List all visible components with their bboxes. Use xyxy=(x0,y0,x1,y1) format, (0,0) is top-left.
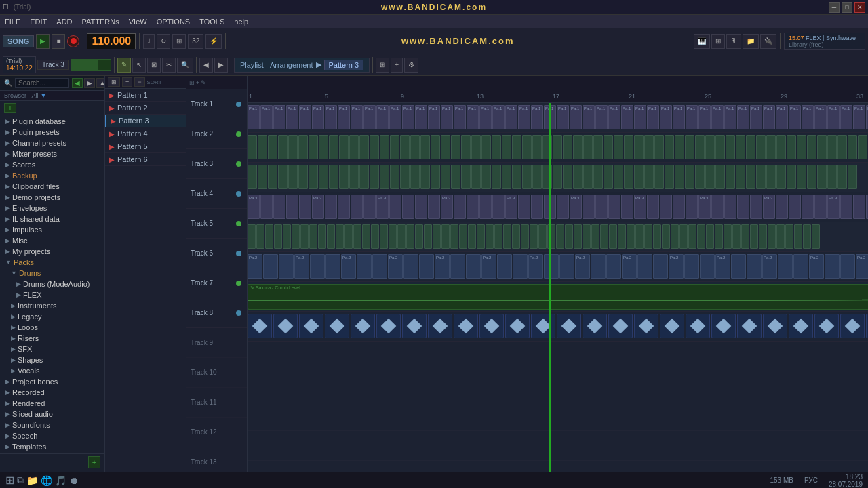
track-row-8[interactable] xyxy=(248,312,868,342)
select-tool[interactable]: ↖ xyxy=(132,58,146,73)
pattern-item-3[interactable]: ▶ Pattern 3 xyxy=(105,115,186,127)
pattern-item-4[interactable]: ▶ Pattern 4 xyxy=(105,127,186,140)
undo-btn[interactable]: ◀ xyxy=(199,58,213,73)
track-row-2[interactable] xyxy=(248,133,868,163)
browser-btn[interactable]: 📁 xyxy=(743,34,759,49)
step-seq-btn[interactable]: ⊞ xyxy=(711,34,725,49)
snap-btn[interactable]: ⊞ xyxy=(172,34,186,49)
track-row-10[interactable] xyxy=(248,371,868,401)
sidebar-item-channel-presets[interactable]: ▶ Channel presets xyxy=(0,138,104,148)
draw-tool[interactable]: ✎ xyxy=(117,58,131,73)
sidebar-item-risers[interactable]: ▶ Risers xyxy=(0,333,104,344)
sidebar-item-clipboard[interactable]: ▶ Clipboard files xyxy=(0,181,104,192)
sidebar-item-sfx[interactable]: ▶ SFX xyxy=(0,344,104,354)
track-header-btn3[interactable]: ✎ xyxy=(201,79,206,86)
sidebar-item-misc[interactable]: ▶ Misc xyxy=(0,235,104,246)
sidebar-item-instruments[interactable]: ▶ Instruments xyxy=(0,300,104,311)
menu-tools[interactable]: TOOLS xyxy=(197,18,226,26)
piano-btn[interactable]: 🎹 xyxy=(694,34,710,49)
sidebar-fwd-btn[interactable]: ▶ xyxy=(84,78,95,88)
minimize-button[interactable]: ─ xyxy=(829,2,840,13)
fl-taskbar-icon[interactable]: 🎵 xyxy=(55,475,66,486)
track-row-6[interactable]: Pa.2Pa.2Pa.2Pa.2Pa.2Pa.2Pa.2Pa.2Pa.2Pa.2… xyxy=(248,252,868,282)
pattern-item-6[interactable]: ▶ Pattern 6 xyxy=(105,153,186,166)
track-row-13[interactable] xyxy=(248,461,868,472)
menu-file[interactable]: FILE xyxy=(3,18,22,26)
search-input[interactable] xyxy=(15,78,69,88)
pattern-list-btn1[interactable]: ⊞ xyxy=(108,77,120,87)
sidebar-item-my-projects[interactable]: ▶ My projects xyxy=(0,246,104,257)
window-controls[interactable]: ─ □ ✕ xyxy=(829,2,865,13)
playlist-label[interactable]: Playlist - Arrangement xyxy=(240,61,313,69)
windows-icon[interactable]: ⊞ xyxy=(5,474,14,487)
maximize-button[interactable]: □ xyxy=(842,2,852,13)
sidebar-item-rendered[interactable]: ▶ Rendered xyxy=(0,398,104,409)
track-row-1[interactable]: Pa.1Pa.1Pa.1Pa.1Pa.1Pa.1Pa.1Pa.1Pa.1Pa.1… xyxy=(248,103,868,133)
menu-help[interactable]: help xyxy=(232,18,250,26)
sidebar-item-plugin-presets[interactable]: ▶ Plugin presets xyxy=(0,127,104,138)
track-header-btn1[interactable]: ⊞ xyxy=(189,79,195,86)
record-button[interactable] xyxy=(67,35,79,47)
pattern-list-btn2[interactable]: + xyxy=(122,77,132,87)
sidebar-item-backup[interactable]: ▶ Backup xyxy=(0,170,104,181)
track-row-11[interactable] xyxy=(248,401,868,431)
task-view-icon[interactable]: ⧉ xyxy=(17,474,24,486)
pattern-item-2[interactable]: ▶ Pattern 2 xyxy=(105,102,186,115)
loop-btn[interactable]: ↻ xyxy=(157,34,170,49)
menu-edit[interactable]: EDIT xyxy=(28,18,49,26)
file-explorer-icon[interactable]: 📁 xyxy=(26,475,38,486)
menu-view[interactable]: VIeW xyxy=(127,18,149,26)
track-row-7[interactable]: ✎ Sakura - Comb Level xyxy=(248,282,868,312)
bpm-display[interactable]: 110.000 xyxy=(87,33,136,49)
menu-patterns[interactable]: PATTERNs xyxy=(80,18,121,26)
stop-button[interactable]: ■ xyxy=(52,34,65,49)
sidebar-item-templates[interactable]: ▶ Templates xyxy=(0,441,104,452)
pattern-tools[interactable]: ⊞ xyxy=(376,58,389,73)
play-button[interactable]: ▶ xyxy=(36,34,50,49)
pattern-list-btn3[interactable]: ≡ xyxy=(134,77,144,87)
redo-btn[interactable]: ▶ xyxy=(214,58,228,73)
track-row-3[interactable] xyxy=(248,163,868,192)
metronome-btn[interactable]: ♩ xyxy=(143,34,155,49)
sidebar-item-il-shared[interactable]: ▶ IL shared data xyxy=(0,214,104,224)
menu-add[interactable]: ADD xyxy=(54,18,74,26)
add-folder-btn[interactable]: + xyxy=(4,103,16,113)
sidebar-item-packs[interactable]: ▼ Packs xyxy=(0,257,104,268)
volume-slider[interactable] xyxy=(71,59,111,71)
menu-options[interactable]: OPTIONS xyxy=(155,18,193,26)
record-taskbar-icon[interactable]: ⏺ xyxy=(69,475,79,486)
track-row-4[interactable]: Pa.3Pa.3Pa.3Pa.3Pa.3Pa.3Pa.3Pa.3Pa.3Pa.3… xyxy=(248,192,868,222)
chrome-icon[interactable]: 🌐 xyxy=(41,475,52,486)
grid-btn[interactable]: ⚡ xyxy=(205,34,222,49)
pattern-item-5[interactable]: ▶ Pattern 5 xyxy=(105,140,186,153)
close-button[interactable]: ✕ xyxy=(854,2,865,13)
erase-tool[interactable]: ⊠ xyxy=(147,58,161,73)
song-mode-btn[interactable]: SONG xyxy=(3,35,34,47)
sidebar-item-loops[interactable]: ▶ Loops xyxy=(0,322,104,333)
sidebar-back-btn[interactable]: ◀ xyxy=(72,78,83,88)
pattern-item-1[interactable]: ▶ Pattern 1 xyxy=(105,89,186,102)
sidebar-item-flex[interactable]: ▶ FLEX xyxy=(0,289,104,300)
pattern-add[interactable]: + xyxy=(391,58,403,73)
sidebar-item-drums[interactable]: ▼ Drums xyxy=(0,268,104,279)
plugin-btn[interactable]: 🔌 xyxy=(760,34,776,49)
sidebar-item-soundfonts[interactable]: ▶ Soundfonts xyxy=(0,420,104,430)
sidebar-item-shapes[interactable]: ▶ Shapes xyxy=(0,354,104,365)
sidebar-item-vocals[interactable]: ▶ Vocals xyxy=(0,365,104,376)
sidebar-item-project-bones[interactable]: ▶ Project bones xyxy=(0,376,104,387)
sidebar-item-envelopes[interactable]: ▶ Envelopes xyxy=(0,203,104,214)
browse-filter[interactable]: ▼ xyxy=(41,92,47,99)
sidebar-item-legacy[interactable]: ▶ Legacy xyxy=(0,311,104,322)
add-item-btn[interactable]: + xyxy=(88,456,100,468)
sidebar-item-recorded[interactable]: ▶ Recorded xyxy=(0,387,104,398)
track-row-12[interactable] xyxy=(248,431,868,461)
track-row-9[interactable] xyxy=(248,342,868,371)
sidebar-item-speech[interactable]: ▶ Speech xyxy=(0,430,104,441)
track-header-btn2[interactable]: + xyxy=(196,79,199,86)
sidebar-item-demo[interactable]: ▶ Demo projects xyxy=(0,192,104,203)
sidebar-up-btn[interactable]: ▲ xyxy=(96,78,105,88)
track-row-5[interactable] xyxy=(248,222,868,252)
sidebar-item-impulses[interactable]: ▶ Impulses xyxy=(0,224,104,235)
zoom-tool[interactable]: 🔍 xyxy=(177,58,193,73)
step-btn[interactable]: 32 xyxy=(188,34,203,49)
